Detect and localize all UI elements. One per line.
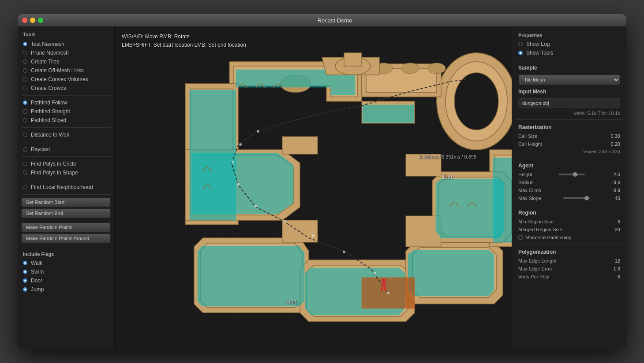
agent-max-slope-slider[interactable] <box>563 197 590 199</box>
divider-3 <box>21 142 111 142</box>
merged-region-row: Merged Region Size 20 <box>512 226 626 233</box>
svg-point-42 <box>237 183 240 185</box>
sample-header: Sample <box>512 63 626 73</box>
dungeon-scene <box>159 48 512 335</box>
cell-size-row: Cell Size 0.30 <box>512 132 626 140</box>
max-edge-error-label: Max Edge Error <box>518 266 552 271</box>
radio-create-tiles <box>23 59 27 64</box>
hud-controls: W/S/A/D: Move RMB: Rotate LMB+SHIFT: Set… <box>122 33 246 49</box>
app-window: Recast Demo Tools Test Navmesh Prune Nav… <box>18 14 626 349</box>
svg-point-40 <box>283 220 286 222</box>
svg-rect-34 <box>384 287 386 291</box>
divider-r2 <box>516 119 623 120</box>
tool-create-offmesh[interactable]: Create Off-Mesh Links <box>18 66 114 75</box>
set-random-end-button[interactable]: Set Random End <box>21 208 111 218</box>
merged-region-label: Merged Region Size <box>518 227 562 232</box>
radio-find-polys-circle <box>23 162 27 166</box>
svg-point-45 <box>257 130 259 133</box>
agent-radius-label: Radius <box>518 180 533 185</box>
traffic-lights <box>22 18 43 23</box>
maximize-button[interactable] <box>38 18 43 23</box>
tool-find-polys-circle[interactable]: Find Polys in Circle <box>18 159 114 168</box>
minimize-button[interactable] <box>30 18 35 23</box>
agent-header: Agent <box>512 161 626 170</box>
show-tools-option[interactable]: Show Tools <box>512 48 626 57</box>
input-mesh-field[interactable] <box>518 98 620 108</box>
flag-walk[interactable]: Walk <box>18 259 114 267</box>
flag-door[interactable]: Door <box>18 276 114 285</box>
max-edge-error-value: 1.3 <box>614 266 620 271</box>
svg-point-38 <box>343 251 345 253</box>
radio-test-navmesh <box>23 42 27 46</box>
divider-4 <box>21 156 111 157</box>
tool-create-tiles[interactable]: Create Tiles <box>18 57 114 66</box>
radio-show-tools <box>518 51 523 55</box>
tool-find-polys-shape[interactable]: Find Polys in Shape <box>18 168 114 177</box>
agent-max-climb-value: 0.9 <box>614 188 620 193</box>
svg-marker-25 <box>408 250 494 296</box>
divider-1 <box>21 95 111 96</box>
radio-pathfind-follow <box>23 100 27 105</box>
titlebar: Recast Demo <box>18 14 626 26</box>
tool-distance-wall[interactable]: Distance to Wall <box>18 130 114 139</box>
agent-height-value: 2.0 <box>614 172 620 177</box>
viewport[interactable]: W/S/A/D: Move RMB: Rotate LMB+SHIFT: Set… <box>115 26 512 349</box>
tool-test-navmesh[interactable]: Test Navmesh <box>18 40 114 48</box>
tool-create-crowds[interactable]: Create Crowds <box>18 84 114 93</box>
tool-find-local-neighbourhood[interactable]: Find Local Neighbourhood <box>18 183 114 192</box>
rasterization-header: Rasterization <box>512 122 626 132</box>
radio-show-log <box>518 42 523 46</box>
max-edge-length-label: Max Edge Length <box>518 258 556 263</box>
sample-select[interactable]: Tile Mesh <box>518 74 620 85</box>
svg-point-44 <box>239 143 242 146</box>
max-edge-error-row: Max Edge Error 1.3 <box>512 265 626 273</box>
flag-jump[interactable]: Jump <box>18 285 114 294</box>
tool-pathfind-follow[interactable]: Pathfind Follow <box>18 98 114 107</box>
input-mesh-header: Input Mesh <box>512 87 626 96</box>
monotore-partitioning-row[interactable]: Monotore Partitioning <box>512 233 626 241</box>
performance-text: 3.106ms / 6.351ms / 0.395 <box>419 154 476 159</box>
tool-raycast[interactable]: Raycast <box>18 145 114 154</box>
monotore-checkbox <box>518 235 523 240</box>
svg-point-36 <box>387 292 389 294</box>
svg-marker-27 <box>493 158 512 242</box>
set-random-start-button[interactable]: Set Random Start <box>21 197 111 207</box>
show-log-option[interactable]: Show Log <box>512 40 626 48</box>
verts-tris-text: Verts: 5.1k Tris: 10.1k <box>573 111 620 116</box>
cell-size-value: 0.30 <box>611 133 620 139</box>
tools-title: Tools <box>18 30 114 40</box>
region-header: Region <box>512 208 626 218</box>
min-region-value: 8 <box>618 219 620 224</box>
flag-swim[interactable]: Swim <box>18 267 114 276</box>
agent-max-climb-row: Max Climb 0.9 <box>512 186 626 194</box>
radio-find-polys-shape <box>23 170 27 175</box>
svg-rect-32 <box>382 283 386 287</box>
max-edge-length-value: 12 <box>615 258 620 263</box>
show-tools-label: Show Tools <box>526 50 553 56</box>
svg-point-31 <box>382 278 386 283</box>
tool-create-convex[interactable]: Create Convex Volumes <box>18 75 114 84</box>
svg-marker-22 <box>192 153 293 214</box>
tool-pathfind-straight[interactable]: Pathfind Straight <box>18 107 114 116</box>
make-random-points-button[interactable]: Make Random Points <box>21 222 111 232</box>
end-label: End <box>443 174 452 180</box>
divider-5 <box>21 180 111 180</box>
agent-height-slider[interactable] <box>558 174 585 175</box>
agent-radius-row: Radius 0.6 <box>512 178 626 186</box>
tool-prune-navmesh[interactable]: Prune Navmesh <box>18 48 114 57</box>
radio-flag-door <box>23 278 27 283</box>
cell-height-value: 0.20 <box>611 141 620 147</box>
tool-pathfind-sliced[interactable]: Pathfind Sliced <box>18 116 114 125</box>
agent-max-slope-value: 45 <box>615 196 620 201</box>
divider-r5 <box>516 244 623 244</box>
radio-create-crowds <box>23 86 27 90</box>
svg-point-37 <box>374 272 376 274</box>
close-button[interactable] <box>22 18 27 23</box>
min-region-label: Min Region Size <box>518 219 554 224</box>
make-random-points-around-button[interactable]: Make Random Points Around <box>21 233 111 243</box>
agent-height-row: Height 2.0 <box>512 170 626 178</box>
divider-r4 <box>516 205 623 205</box>
svg-marker-28 <box>363 105 414 122</box>
radio-distance-wall <box>23 133 27 137</box>
agent-max-climb-label: Max Climb <box>518 188 541 193</box>
